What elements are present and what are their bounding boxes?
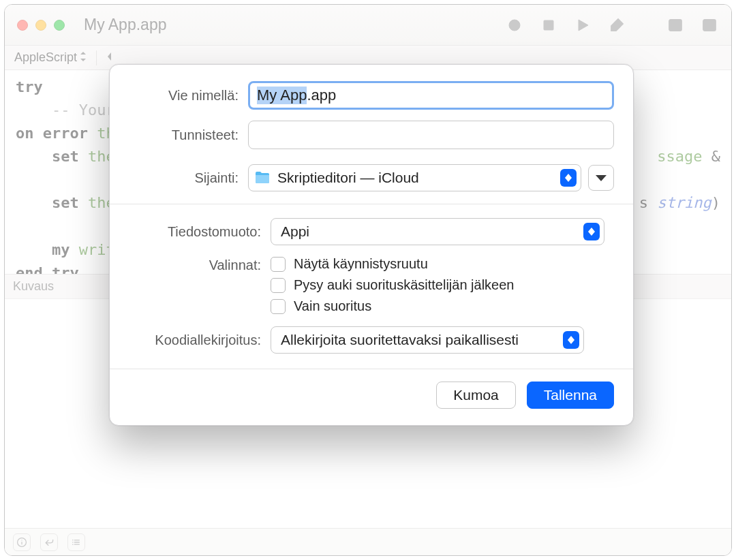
- filename-selection: My App: [257, 87, 307, 104]
- file-format-select[interactable]: Appi: [271, 218, 604, 245]
- svg-marker-2: [579, 20, 588, 31]
- codesign-label: Koodiallekirjoitus:: [129, 332, 271, 348]
- save-as-input[interactable]: My App.app: [248, 81, 614, 110]
- svg-marker-7: [80, 52, 86, 55]
- export-sheet: Vie nimellä: My App.app Tunnisteet: Sija…: [109, 64, 634, 426]
- play-icon[interactable]: [573, 16, 592, 35]
- svg-rect-3: [669, 20, 681, 31]
- close-window-icon[interactable]: [17, 20, 28, 31]
- select-stepper-icon: [583, 223, 600, 240]
- codesign-value: Allekirjoita suoritettavaksi paikallises…: [281, 332, 563, 348]
- stay-open-label: Pysy auki suorituskäsittelijän jälkeen: [294, 277, 515, 293]
- file-format-label: Tiedostomuoto:: [129, 224, 271, 240]
- minimize-window-icon[interactable]: [35, 20, 46, 31]
- svg-point-16: [72, 540, 74, 541]
- record-icon[interactable]: [505, 16, 524, 35]
- location-label: Sijainti:: [129, 170, 248, 186]
- svg-rect-1: [544, 20, 553, 30]
- folder-icon: [254, 171, 271, 185]
- titlebar: My App.app: [5, 5, 731, 46]
- code-text: &: [703, 148, 721, 165]
- location-select[interactable]: Skriptieditori — iCloud: [248, 164, 581, 191]
- reply-button[interactable]: [40, 533, 58, 551]
- code-var: ssage: [657, 148, 702, 165]
- info-button[interactable]: [13, 533, 31, 551]
- svg-marker-25: [568, 340, 574, 344]
- svg-marker-8: [80, 59, 86, 61]
- stay-open-checkbox[interactable]: [271, 278, 286, 293]
- code-keyword: on error: [16, 125, 88, 142]
- code-keyword: my: [52, 241, 70, 258]
- code-keyword: set: [52, 194, 79, 211]
- tags-input[interactable]: [248, 121, 614, 149]
- list-button[interactable]: [67, 533, 85, 551]
- code-var: writ: [70, 241, 114, 258]
- nav-back[interactable]: [102, 50, 117, 65]
- save-as-label: Vie nimellä:: [129, 88, 248, 104]
- svg-point-0: [509, 20, 520, 31]
- expand-location-button[interactable]: [588, 165, 614, 191]
- zoom-window-icon[interactable]: [54, 20, 65, 31]
- code-type: string: [657, 194, 711, 211]
- toolbar: [505, 16, 719, 35]
- tags-label: Tunnisteet:: [129, 127, 248, 143]
- location-value: Skriptieditori — iCloud: [277, 170, 553, 186]
- status-bar: [5, 528, 731, 555]
- code-comment: -- Your: [52, 102, 115, 119]
- panel-bottom-icon[interactable]: [666, 16, 685, 35]
- window-controls: [17, 20, 65, 31]
- code-text: s: [639, 194, 658, 211]
- build-icon[interactable]: [607, 16, 626, 35]
- select-stepper-icon: [563, 331, 579, 349]
- file-format-value: Appi: [281, 223, 583, 240]
- chevron-updown-icon: [80, 50, 87, 65]
- separator: [96, 50, 97, 65]
- select-stepper-icon: [560, 169, 577, 187]
- svg-marker-21: [596, 175, 607, 181]
- chevron-left-icon: [106, 50, 113, 65]
- panel-right-icon[interactable]: [700, 16, 719, 35]
- cancel-button[interactable]: Kumoa: [436, 382, 516, 409]
- description-label: Kuvaus: [13, 279, 54, 294]
- svg-point-12: [21, 540, 22, 540]
- run-only-label: Vain suoritus: [294, 298, 371, 314]
- options-label: Valinnat:: [129, 256, 271, 273]
- language-label: AppleScript: [14, 50, 77, 65]
- svg-marker-9: [108, 52, 111, 61]
- code-keyword: end try: [16, 264, 79, 275]
- stop-icon[interactable]: [539, 16, 558, 35]
- show-startup-checkbox[interactable]: [271, 257, 286, 272]
- run-only-checkbox[interactable]: [271, 299, 286, 314]
- svg-rect-5: [703, 20, 716, 31]
- svg-point-18: [72, 544, 74, 545]
- code-keyword: try: [16, 78, 43, 95]
- code-text: ): [711, 194, 720, 211]
- svg-marker-23: [588, 232, 595, 236]
- language-selector[interactable]: AppleScript: [10, 50, 91, 65]
- filename-ext: .app: [307, 87, 336, 104]
- code-keyword: set: [52, 148, 79, 165]
- svg-marker-20: [565, 178, 572, 182]
- svg-point-17: [72, 542, 74, 543]
- window-title: My App.app: [84, 16, 166, 34]
- show-startup-label: Näytä käynnistysruutu: [294, 256, 428, 272]
- save-button[interactable]: Tallenna: [527, 382, 614, 409]
- codesign-select[interactable]: Allekirjoita suoritettavaksi paikallises…: [271, 326, 584, 354]
